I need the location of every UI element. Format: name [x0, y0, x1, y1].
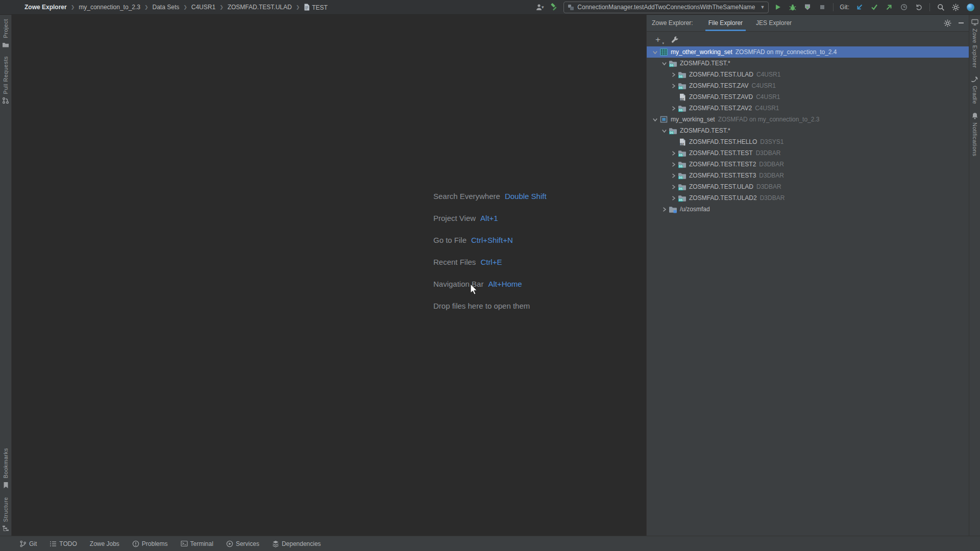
tree-row[interactable]: DSZOSMFAD.TEST.*	[647, 125, 970, 136]
dataset-folder-icon: DS	[677, 71, 687, 79]
dataset-folder-icon: DS	[677, 172, 687, 180]
commit-button[interactable]	[869, 2, 880, 13]
sphere-icon	[967, 4, 974, 11]
add-profile-button[interactable]: +▾	[654, 35, 662, 44]
tool-window-hide-icon[interactable]	[959, 22, 964, 23]
svg-text:DS: DS	[680, 143, 683, 145]
chevron-right-icon[interactable]	[669, 70, 677, 79]
tool-stripe-label: Bookmarks	[3, 448, 9, 479]
chevron-right-icon[interactable]	[660, 205, 668, 213]
tree-node-label: ZOSMFAD.TEST.HELLO	[689, 138, 757, 145]
dataset-folder-icon: DS	[668, 60, 678, 67]
tool-stripe-button-structure[interactable]: Structure	[2, 493, 9, 536]
tree-row[interactable]: DSZOSMFAD.TEST.TESTD3DBAR	[647, 147, 970, 159]
run-configuration-select[interactable]: ConnectionManager.testAddTwoConnectionsW…	[564, 2, 769, 13]
debug-button[interactable]	[787, 2, 798, 13]
tool-stripe-button-pull-requests[interactable]: Pull Requests	[2, 52, 9, 108]
run-button[interactable]	[772, 2, 783, 13]
update-project-button[interactable]	[854, 2, 865, 13]
settings-button[interactable]	[950, 2, 961, 13]
statusbar-item-terminal[interactable]: Terminal	[181, 540, 213, 547]
chevron-down-icon[interactable]	[651, 115, 659, 123]
tool-stripe-button-project[interactable]: Project	[2, 15, 9, 52]
git-label: Git:	[840, 4, 849, 11]
chevron-down-icon[interactable]	[651, 48, 659, 56]
chevron-right-icon[interactable]	[669, 160, 677, 168]
dataset-folder-icon: DS	[677, 183, 687, 191]
tree-node-suffix: C4USR1	[756, 93, 780, 101]
tree-node-label: ZOSMFAD.TEST.ULAD	[689, 183, 753, 190]
mouse-cursor	[470, 284, 478, 296]
statusbar-item-zowe-jobs[interactable]: Zowe Jobs	[90, 540, 119, 547]
tree-row[interactable]: DSZOSMFAD.TEST.TEST3D3DBAR	[647, 170, 970, 181]
actions-button[interactable]	[671, 36, 678, 43]
breadcrumb-item[interactable]: ZOSMFAD.TEST.ULAD	[228, 4, 292, 11]
dataset-folder-icon: DS	[677, 161, 687, 168]
tool-stripe-button-notifications[interactable]: Notifications	[971, 108, 978, 160]
statusbar-item-services[interactable]: Services	[226, 540, 259, 547]
statusbar-item-git[interactable]: Git	[19, 540, 37, 547]
tool-stripe-button-zowe-explorer[interactable]: Zowe Explorer	[971, 15, 978, 72]
chevron-down-icon: ▾	[542, 5, 544, 10]
tab-file-explorer[interactable]: File Explorer	[705, 15, 746, 31]
play-icon	[774, 4, 781, 11]
tree-row[interactable]: my_other_working_setZOSMFAD on my_connec…	[647, 46, 970, 58]
statusbar-item-dependencies[interactable]: Dependencies	[272, 540, 321, 547]
tree-row[interactable]: DSZOSMFAD.TEST.HELLOD3SYS1	[647, 136, 970, 147]
right-tool-stripe: Zowe ExplorerGradleNotifications	[969, 15, 980, 536]
tree-row[interactable]: DSZOSMFAD.TEST.ULAD2D3DBAR	[647, 192, 970, 204]
zowe-explorer-tool-window: Zowe Explorer: File ExplorerJES Explorer…	[646, 15, 970, 536]
tree-row[interactable]: DSZOSMFAD.TEST.TEST2D3DBAR	[647, 159, 970, 170]
shortcut-hint-label: Project View	[433, 214, 476, 222]
stop-icon	[819, 4, 826, 11]
statusbar-item-todo[interactable]: TODO	[50, 540, 77, 547]
chevron-right-icon[interactable]	[669, 171, 677, 180]
breadcrumb-item[interactable]: my_connection_to_2.3	[79, 4, 140, 11]
push-button[interactable]	[884, 2, 895, 13]
tree-node-label: ZOSMFAD.TEST.ZAVD	[689, 93, 753, 101]
gradle-icon	[971, 76, 978, 83]
tool-stripe-button-gradle[interactable]: Gradle	[971, 72, 978, 108]
chevron-right-icon[interactable]	[669, 194, 677, 202]
tree-row[interactable]: DSZOSMFAD.TEST.ULADC4USR1	[647, 69, 970, 80]
tab-jes-explorer[interactable]: JES Explorer	[753, 15, 795, 31]
tool-stripe-button-bookmarks[interactable]: Bookmarks	[3, 444, 9, 493]
tool-window-settings-gear-icon[interactable]	[944, 19, 951, 27]
rollback-button[interactable]	[913, 2, 924, 13]
search-everywhere-button[interactable]	[935, 2, 946, 13]
svg-text:DS: DS	[679, 109, 683, 112]
breadcrumb-item[interactable]: TEST	[304, 4, 328, 11]
history-button[interactable]	[898, 2, 910, 13]
user-dropdown-button[interactable]: ▾	[534, 2, 545, 13]
stop-button[interactable]	[817, 2, 828, 13]
ide-status-button[interactable]	[965, 2, 976, 13]
chevron-right-icon[interactable]	[669, 149, 677, 157]
tree-row[interactable]: DSZOSMFAD.TEST.ULADD3DBAR	[647, 181, 970, 192]
chevron-down-icon[interactable]	[660, 127, 668, 135]
svg-text:DS: DS	[670, 64, 674, 67]
breadcrumb-item[interactable]: Data Sets	[153, 4, 180, 11]
build-button[interactable]	[549, 2, 560, 13]
tree-row[interactable]: DSZOSMFAD.TEST.*	[647, 58, 970, 69]
tree-row[interactable]: /u/zosmfad	[647, 204, 970, 215]
statusbar-item-label: Dependencies	[282, 540, 321, 547]
chevron-down-icon[interactable]	[660, 59, 668, 67]
status-bar: GitTODOZowe JobsProblemsTerminalServices…	[0, 536, 980, 551]
dataset-folder-icon: DS	[677, 194, 687, 202]
chevron-right-icon[interactable]	[669, 104, 677, 112]
hammer-icon	[550, 3, 558, 11]
chevron-right-icon[interactable]	[669, 183, 677, 191]
tree-row[interactable]: DSZOSMFAD.TEST.ZAVC4USR1	[647, 80, 970, 91]
tree-node-suffix: D3SYS1	[760, 138, 783, 145]
shortcut-hint-keys: Ctrl+Shift+N	[471, 236, 513, 244]
chevron-right-icon[interactable]	[669, 82, 677, 90]
run-with-coverage-button[interactable]	[802, 2, 813, 13]
tree-row[interactable]: DSZOSMFAD.TEST.ZAVDC4USR1	[647, 91, 970, 103]
tree-row[interactable]: my_working_setZOSMFAD on my_connection_t…	[647, 114, 970, 125]
statusbar-item-problems[interactable]: Problems	[132, 540, 168, 547]
breadcrumb-item[interactable]: Zowe Explorer	[24, 4, 67, 11]
svg-text:DS: DS	[670, 131, 674, 134]
tree-row[interactable]: DSZOSMFAD.TEST.ZAV2C4USR1	[647, 103, 970, 114]
breadcrumb-item[interactable]: C4USR1	[191, 4, 215, 11]
problems-icon	[132, 540, 139, 547]
